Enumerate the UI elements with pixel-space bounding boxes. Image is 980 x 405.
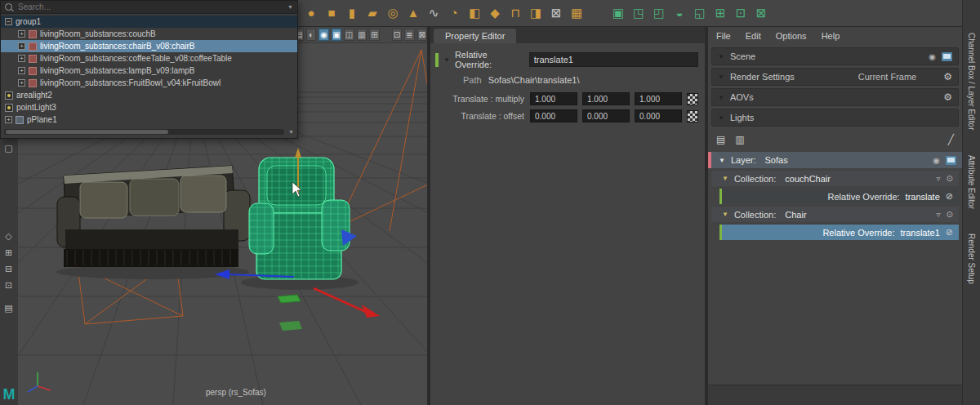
scrollbar-track[interactable] — [4, 129, 284, 135]
grid-minus-icon[interactable]: ⊟ — [1, 262, 16, 275]
renderable-icon[interactable] — [942, 52, 952, 61]
section-aovs[interactable]: ▼ AOVs ⚙ — [711, 88, 959, 106]
collapse-triangle-icon[interactable]: ▼ — [722, 211, 728, 218]
shelf-render-icon-5[interactable]: ◱ — [691, 2, 709, 24]
enable-toggle-icon[interactable]: ⊙ — [947, 210, 953, 219]
shelf-multicut-icon[interactable]: ⊠ — [547, 2, 565, 24]
layer-row-sofas[interactable]: ▼ Layer: Sofas ◉ — [708, 152, 962, 168]
collapse-triangle-icon[interactable]: ▼ — [719, 157, 725, 164]
tab-property-editor[interactable]: Property Editor — [434, 29, 516, 43]
vp-isolate-icon[interactable]: ▥ — [357, 29, 367, 41]
outliner-item[interactable]: +pPlane1 — [1, 113, 297, 126]
outliner-item[interactable]: −group1 — [1, 16, 297, 28]
filter-icon[interactable]: ▿ — [937, 174, 941, 183]
collapse-triangle-icon[interactable]: ▼ — [443, 56, 450, 64]
shelf-sphere-icon[interactable]: ● — [302, 2, 320, 24]
expand-toggle-icon[interactable]: + — [18, 42, 25, 50]
shelf-cone-icon[interactable]: ▲ — [404, 2, 422, 24]
outliner-item[interactable]: +livingRoom_substances:coffeeTable_v08:c… — [1, 52, 297, 65]
texture-slot-icon[interactable] — [687, 93, 698, 105]
disable-icon[interactable]: ⊘ — [946, 227, 953, 238]
vp-resolution-icon[interactable]: ≣ — [404, 29, 414, 41]
vp-filmgate-icon[interactable]: ⊡ — [392, 29, 402, 41]
outliner-item[interactable]: arealight2 — [1, 89, 297, 101]
shelf-cylinder-icon[interactable]: ▮ — [343, 2, 361, 24]
section-scene[interactable]: ▼ Scene ◉ — [711, 47, 959, 65]
override-name-input[interactable] — [529, 52, 698, 67]
visibility-icon[interactable]: ◉ — [929, 52, 936, 61]
shelf-quaddraw-icon[interactable]: ▦ — [568, 2, 586, 24]
filter-icon[interactable]: ▿ — [937, 210, 941, 219]
collapse-triangle-icon[interactable]: ▼ — [722, 175, 728, 182]
channel-list-icon[interactable]: ▤ — [1, 301, 16, 314]
multiply-y-input[interactable] — [582, 92, 630, 105]
menu-options[interactable]: Options — [776, 31, 807, 41]
shelf-cube-icon[interactable]: ■ — [323, 2, 341, 24]
visibility-icon[interactable]: ◉ — [933, 156, 940, 165]
shelf-plane-icon[interactable]: ▰ — [363, 2, 381, 24]
outliner-item[interactable]: +livingRoom_substances:lampB_v09:lampB — [1, 65, 297, 77]
shelf-render-icon-2[interactable]: ◳ — [630, 2, 648, 24]
menu-edit[interactable]: Edit — [746, 31, 761, 41]
texture-slot-icon[interactable] — [687, 110, 698, 122]
tab-channel-box-layer-editor[interactable]: Channel Box / Layer Editor — [967, 33, 976, 131]
shelf-bridge-icon[interactable]: ⊓ — [506, 2, 524, 24]
expand-toggle-icon[interactable]: + — [18, 79, 25, 87]
shelf-curve-icon[interactable]: ∿ — [425, 2, 443, 24]
shelf-render-icon-1[interactable]: ▣ — [609, 2, 627, 24]
shelf-extrude-icon[interactable]: ◨ — [527, 2, 545, 24]
selection-mask-icon[interactable]: ▢ — [1, 141, 16, 154]
expand-toggle-icon[interactable]: + — [18, 30, 25, 38]
gear-icon[interactable]: ⚙ — [943, 71, 952, 82]
scroll-down-icon[interactable]: ▼ — [288, 129, 294, 135]
expand-toggle-icon[interactable]: + — [18, 67, 25, 74]
outliner-item[interactable]: +livingRoom_substances:FruitBowl_v04:kFr… — [1, 77, 297, 89]
offset-z-input[interactable] — [635, 109, 682, 122]
create-layer-icon[interactable]: ▤ — [716, 134, 725, 145]
collection-row-couchchair[interactable]: ▼ Collection: couchChair ▿ ⊙ — [711, 171, 959, 186]
multiply-x-input[interactable] — [530, 92, 577, 105]
grid-plus-icon[interactable]: ⊞ — [1, 246, 16, 259]
snap-mode-icon[interactable]: ◇ — [1, 229, 16, 243]
vp-camera-icon[interactable]: ◫ — [344, 29, 354, 41]
disable-icon[interactable]: ⊘ — [946, 191, 953, 202]
shelf-torus-icon[interactable]: ◎ — [384, 2, 402, 24]
outliner-item[interactable]: +livingRoom_substances:chairB_v08:chairB — [1, 40, 297, 52]
create-collection-icon[interactable]: ▥ — [735, 134, 744, 145]
expand-toggle-icon[interactable]: + — [5, 116, 12, 123]
search-input[interactable] — [16, 2, 283, 12]
section-lights[interactable]: ▼ Lights — [711, 109, 959, 127]
shelf-render-icon-3[interactable]: ◰ — [650, 2, 668, 24]
collapse-triangle-icon[interactable]: ▼ — [718, 114, 724, 122]
shelf-render-icon-6[interactable]: ⊞ — [711, 2, 729, 24]
vp-grid-icon[interactable]: ⊞ — [369, 29, 379, 41]
expand-toggle-icon[interactable]: + — [18, 55, 25, 62]
renderable-icon[interactable] — [946, 156, 956, 165]
vp-wireframe-icon[interactable]: ◉ — [318, 29, 328, 41]
edit-mode-icon[interactable]: ╱ — [948, 134, 954, 145]
shelf-bevel-icon[interactable]: ◆ — [486, 2, 504, 24]
center-pivot-icon[interactable]: ⊡ — [1, 278, 16, 292]
scroll-up-icon[interactable]: ▼ — [287, 4, 293, 10]
outliner-item[interactable]: +livingRoom_substances:couchB — [1, 28, 297, 40]
collection-row-chair[interactable]: ▼ Collection: Chair ▿ ⊙ — [711, 207, 959, 222]
override-row-translate1-selected[interactable]: Relative Override: translate1 ⊘ — [719, 225, 959, 240]
menu-help[interactable]: Help — [822, 31, 840, 41]
vp-xray-icon[interactable]: ▣ — [332, 29, 341, 41]
collapse-triangle-icon[interactable]: ▼ — [718, 94, 724, 101]
vp-panel-icon[interactable]: ⊠ — [417, 29, 427, 41]
multiply-z-input[interactable] — [635, 92, 682, 105]
tab-render-setup[interactable]: Render Setup — [967, 234, 976, 284]
shelf-render-icon-7[interactable]: ⊡ — [732, 2, 750, 24]
section-render-settings[interactable]: ▼ Render Settings Current Frame ⚙ — [711, 68, 959, 86]
tab-attribute-editor[interactable]: Attribute Editor — [967, 155, 976, 209]
outliner-item[interactable]: pointLight3 — [1, 101, 297, 113]
collapse-triangle-icon[interactable]: ▼ — [718, 73, 724, 81]
offset-y-input[interactable] — [582, 109, 630, 122]
scrollbar-thumb[interactable] — [6, 130, 168, 134]
expand-toggle-icon[interactable]: − — [5, 18, 12, 25]
shelf-boolean-icon[interactable]: ◧ — [466, 2, 483, 24]
offset-x-input[interactable] — [530, 109, 577, 122]
override-row-translate[interactable]: Relative Override: translate ⊘ — [719, 189, 959, 204]
collapse-triangle-icon[interactable]: ▼ — [718, 53, 724, 60]
